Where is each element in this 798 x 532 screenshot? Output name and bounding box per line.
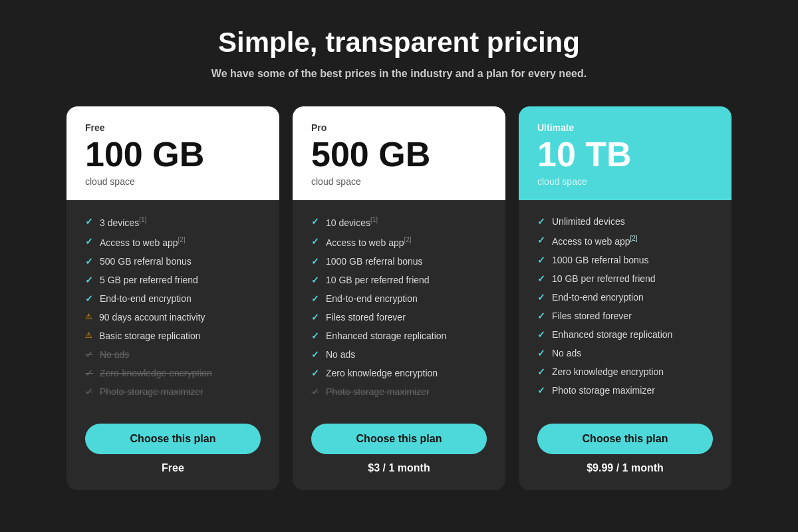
- feature-text-ultimate-4: End-to-end encryption: [552, 292, 644, 303]
- check-icon: ✓: [311, 368, 319, 378]
- check-icon: ✓: [537, 235, 545, 245]
- check-icon: ✓: [537, 329, 545, 340]
- feature-text-ultimate-3: 10 GB per referred friend: [552, 273, 656, 284]
- feature-text-free-9: Photo-storage maximizer: [100, 386, 203, 397]
- plan-storage-free: 100 GB: [85, 136, 261, 174]
- plan-features-free: ✓3 devices[1]✓Access to web app[2]✓500 G…: [66, 200, 279, 412]
- check-icon: ✓: [85, 275, 93, 285]
- feature-text-pro-8: Zero knowledge encryption: [326, 368, 438, 378]
- feature-item-pro-3: ✓10 GB per referred friend: [311, 275, 487, 285]
- warn-icon: ⚠: [85, 331, 92, 340]
- check-icon: ✓: [311, 312, 319, 323]
- plan-card-pro: Pro500 GBcloud space✓10 devices[1]✓Acces…: [293, 106, 505, 490]
- cross-icon: ✓: [311, 386, 319, 397]
- choose-plan-button-ultimate[interactable]: Choose this plan: [537, 424, 713, 454]
- feature-item-ultimate-4: ✓End-to-end encryption: [537, 292, 713, 303]
- feature-item-free-6: ⚠Basic storage replication: [85, 331, 261, 341]
- feature-item-ultimate-0: ✓Unlimited devices: [537, 216, 713, 227]
- plan-card-free: Free100 GBcloud space✓3 devices[1]✓Acces…: [66, 106, 279, 490]
- check-icon: ✓: [537, 255, 545, 265]
- feature-text-ultimate-5: Files stored forever: [552, 311, 632, 321]
- feature-text-pro-2: 1000 GB referral bonus: [326, 256, 423, 267]
- check-icon: ✓: [311, 331, 319, 341]
- check-icon: ✓: [311, 275, 319, 285]
- feature-text-free-3: 5 GB per referred friend: [100, 275, 198, 285]
- plan-tier-free: Free: [85, 122, 261, 133]
- cross-icon: ✓: [85, 368, 93, 378]
- check-icon: ✓: [85, 236, 93, 247]
- feature-text-pro-5: Files stored forever: [326, 312, 406, 323]
- check-icon: ✓: [311, 349, 319, 360]
- feature-item-ultimate-7: ✓No ads: [537, 348, 713, 358]
- plan-price-free: Free: [162, 462, 184, 474]
- check-icon: ✓: [537, 273, 545, 284]
- feature-text-pro-4: End-to-end encryption: [326, 293, 418, 304]
- page-header: Simple, transparent pricing We have some…: [211, 27, 587, 80]
- feature-text-ultimate-0: Unlimited devices: [552, 216, 625, 227]
- cross-icon: ✓: [85, 349, 93, 360]
- plan-footer-pro: Choose this plan$3 / 1 month: [293, 413, 505, 490]
- feature-item-free-0: ✓3 devices[1]: [85, 216, 261, 228]
- feature-text-ultimate-2: 1000 GB referral bonus: [552, 255, 649, 265]
- feature-text-free-6: Basic storage replication: [99, 331, 201, 341]
- feature-item-free-8: ✓Zero-knowledge encryption: [85, 368, 261, 378]
- check-icon: ✓: [85, 216, 93, 227]
- feature-text-free-1: Access to web app[2]: [100, 236, 186, 248]
- feature-item-free-2: ✓500 GB referral bonus: [85, 256, 261, 267]
- feature-text-pro-1: Access to web app[2]: [326, 236, 412, 248]
- plan-price-ultimate: $9.99 / 1 month: [587, 462, 664, 474]
- feature-item-ultimate-9: ✓Photo storage maximizer: [537, 385, 713, 396]
- feature-item-ultimate-1: ✓Access to web app[2]: [537, 235, 713, 247]
- plan-tier-pro: Pro: [311, 122, 487, 133]
- page-title: Simple, transparent pricing: [211, 27, 587, 59]
- plan-storage-label-pro: cloud space: [311, 176, 487, 187]
- plan-header-ultimate: Ultimate10 TBcloud space: [519, 106, 732, 200]
- feature-item-free-1: ✓Access to web app[2]: [85, 236, 261, 248]
- check-icon: ✓: [537, 292, 545, 303]
- plan-storage-label-free: cloud space: [85, 176, 261, 187]
- plan-header-free: Free100 GBcloud space: [66, 106, 279, 200]
- feature-text-pro-0: 10 devices[1]: [326, 216, 378, 228]
- plan-price-pro: $3 / 1 month: [368, 462, 430, 474]
- feature-item-pro-6: ✓Enhanced storage replication: [311, 331, 487, 341]
- feature-text-pro-9: Photo-storage maximizer: [326, 386, 430, 397]
- check-icon: ✓: [311, 236, 319, 247]
- plan-features-pro: ✓10 devices[1]✓Access to web app[2]✓1000…: [293, 200, 505, 412]
- check-icon: ✓: [311, 293, 319, 304]
- check-icon: ✓: [85, 256, 93, 267]
- feature-item-pro-1: ✓Access to web app[2]: [311, 236, 487, 248]
- feature-text-ultimate-9: Photo storage maximizer: [552, 385, 655, 396]
- feature-text-ultimate-8: Zero knowledge encryption: [552, 366, 664, 377]
- plan-features-ultimate: ✓Unlimited devices✓Access to web app[2]✓…: [519, 200, 732, 412]
- feature-text-pro-3: 10 GB per referred friend: [326, 275, 430, 285]
- feature-item-ultimate-8: ✓Zero knowledge encryption: [537, 366, 713, 377]
- check-icon: ✓: [537, 216, 545, 227]
- feature-item-pro-0: ✓10 devices[1]: [311, 216, 487, 228]
- feature-text-ultimate-7: No ads: [552, 348, 581, 358]
- feature-text-ultimate-6: Enhanced storage replication: [552, 329, 672, 340]
- choose-plan-button-free[interactable]: Choose this plan: [85, 424, 261, 454]
- cross-icon: ✓: [85, 386, 93, 397]
- check-icon: ✓: [311, 256, 319, 267]
- feature-text-ultimate-1: Access to web app[2]: [552, 235, 638, 247]
- check-icon: ✓: [537, 385, 545, 396]
- plan-storage-ultimate: 10 TB: [537, 136, 713, 174]
- feature-item-ultimate-2: ✓1000 GB referral bonus: [537, 255, 713, 265]
- feature-item-ultimate-3: ✓10 GB per referred friend: [537, 273, 713, 284]
- feature-item-free-7: ✓No ads: [85, 349, 261, 360]
- feature-text-free-8: Zero-knowledge encryption: [100, 368, 212, 378]
- check-icon: ✓: [85, 293, 93, 304]
- plan-tier-ultimate: Ultimate: [537, 122, 713, 133]
- check-icon: ✓: [537, 311, 545, 321]
- check-icon: ✓: [537, 366, 545, 377]
- choose-plan-button-pro[interactable]: Choose this plan: [311, 424, 487, 454]
- feature-text-pro-7: No ads: [326, 349, 355, 360]
- feature-item-free-3: ✓5 GB per referred friend: [85, 275, 261, 285]
- feature-text-free-4: End-to-end encryption: [100, 293, 192, 304]
- page-subtitle: We have some of the best prices in the i…: [211, 68, 587, 80]
- feature-text-pro-6: Enhanced storage replication: [326, 331, 446, 341]
- feature-item-ultimate-6: ✓Enhanced storage replication: [537, 329, 713, 340]
- feature-item-pro-7: ✓No ads: [311, 349, 487, 360]
- feature-item-pro-8: ✓Zero knowledge encryption: [311, 368, 487, 378]
- feature-item-pro-9: ✓Photo-storage maximizer: [311, 386, 487, 397]
